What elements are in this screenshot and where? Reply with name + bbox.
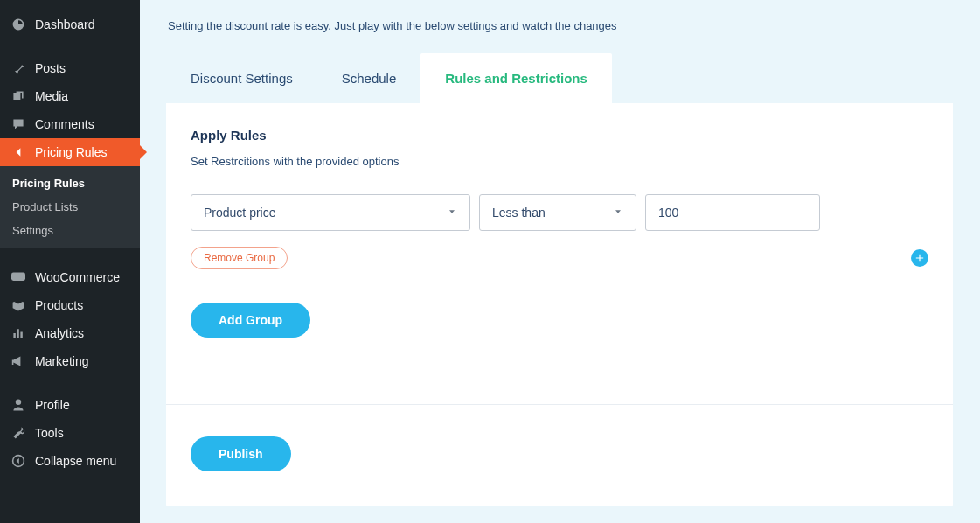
media-icon (10, 88, 26, 104)
sidebar-item-products[interactable]: Products (0, 291, 140, 319)
sidebar-item-comments[interactable]: Comments (0, 110, 140, 138)
svg-rect-0 (11, 272, 25, 281)
sidebar-item-dashboard[interactable]: Dashboard (0, 10, 140, 38)
tab-discount-settings[interactable]: Discount Settings (166, 53, 317, 103)
sidebar-item-analytics[interactable]: Analytics (0, 319, 140, 347)
main-content: Setting the discount rate is easy. Just … (140, 0, 980, 523)
bars-icon (10, 325, 26, 341)
sidebar-item-label: WooCommerce (35, 270, 120, 284)
admin-sidebar: Dashboard Posts Media Comments Pricing R… (0, 0, 140, 523)
rule-field-select[interactable]: Product price (191, 194, 470, 231)
box-icon (10, 297, 26, 313)
rule-row: Product price Less than (191, 194, 928, 231)
tab-schedule[interactable]: Schedule (317, 53, 421, 103)
sidebar-item-label: Collapse menu (35, 454, 116, 468)
dashboard-icon (10, 17, 26, 32)
sidebar-item-profile[interactable]: Profile (0, 391, 140, 419)
sidebar-item-media[interactable]: Media (0, 82, 140, 110)
remove-group-button[interactable]: Remove Group (191, 247, 288, 269)
tabs: Discount Settings Schedule Rules and Res… (166, 53, 953, 103)
sidebar-item-posts[interactable]: Posts (0, 54, 140, 82)
sidebar-item-collapse[interactable]: Collapse menu (0, 447, 140, 475)
sidebar-item-label: Dashboard (35, 17, 95, 31)
sidebar-sub-pricing-rules[interactable]: Pricing Rules (0, 171, 140, 195)
sidebar-item-label: Posts (35, 61, 66, 75)
sidebar-submenu: Pricing Rules Product Lists Settings (0, 166, 140, 248)
intro-text: Setting the discount rate is easy. Just … (166, 10, 954, 53)
plus-icon (914, 253, 925, 263)
rule-operator-select[interactable]: Less than (479, 194, 636, 231)
comment-icon (10, 116, 26, 132)
chevron-left-icon (10, 144, 26, 160)
collapse-icon (10, 453, 26, 469)
megaphone-icon (10, 353, 26, 369)
sidebar-item-label: Media (35, 89, 68, 103)
sidebar-item-label: Products (35, 298, 83, 312)
apply-rules-section: Apply Rules Set Restrcitions with the pr… (166, 103, 953, 373)
sidebar-item-marketing[interactable]: Marketing (0, 347, 140, 375)
sidebar-item-label: Pricing Rules (35, 145, 107, 159)
sidebar-item-label: Marketing (35, 354, 88, 368)
woo-icon (10, 269, 26, 285)
rule-value-input[interactable] (645, 194, 820, 231)
sidebar-item-label: Profile (35, 398, 70, 412)
settings-panel: Discount Settings Schedule Rules and Res… (166, 53, 953, 506)
add-rule-button[interactable] (911, 249, 928, 267)
sidebar-sub-product-lists[interactable]: Product Lists (0, 195, 140, 219)
sidebar-item-tools[interactable]: Tools (0, 419, 140, 447)
section-heading: Apply Rules (191, 128, 928, 143)
chevron-down-icon (447, 206, 457, 220)
publish-button[interactable]: Publish (191, 436, 291, 471)
sidebar-item-label: Analytics (35, 326, 84, 340)
sidebar-item-label: Tools (35, 426, 64, 440)
divider (166, 404, 953, 405)
sidebar-item-woocommerce[interactable]: WooCommerce (0, 263, 140, 291)
pin-icon (10, 60, 26, 76)
sidebar-item-pricing-rules[interactable]: Pricing Rules (0, 138, 140, 166)
sidebar-item-label: Comments (35, 117, 94, 131)
tab-rules-restrictions[interactable]: Rules and Restrictions (420, 53, 612, 103)
wrench-icon (10, 425, 26, 441)
user-icon (10, 397, 26, 413)
add-group-button[interactable]: Add Group (191, 303, 310, 338)
sidebar-sub-settings[interactable]: Settings (0, 219, 140, 242)
section-description: Set Restrcitions with the provided optio… (191, 155, 928, 168)
chevron-down-icon (613, 206, 623, 220)
group-footer: Remove Group (191, 247, 928, 269)
